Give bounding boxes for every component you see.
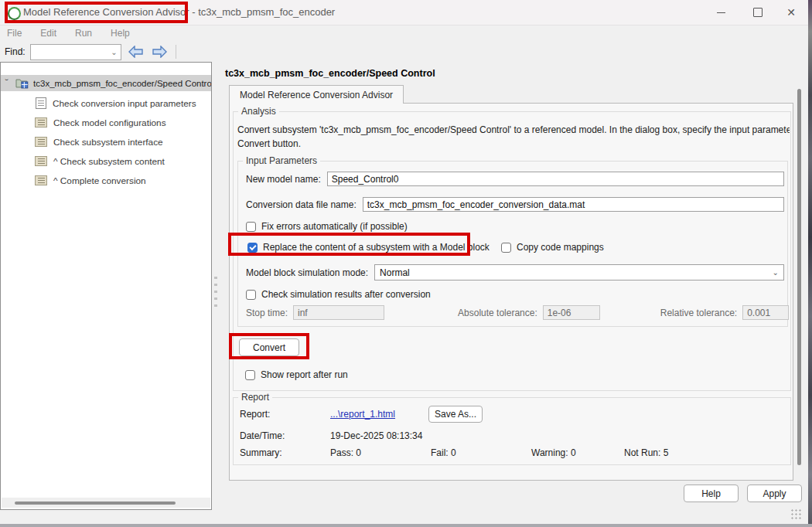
checklist-icon <box>35 137 47 147</box>
checklist-icon <box>35 175 47 185</box>
chevron-down-icon: ⌄ <box>773 268 779 277</box>
resize-grip[interactable] <box>790 508 801 519</box>
tree-item-check-subsystem-content[interactable]: ^ Check subsystem content <box>1 151 211 171</box>
tree-item-label: Check conversion input parameters <box>53 98 196 109</box>
desktop-edge-sliver <box>808 0 812 527</box>
tree-item-check-input-parameters[interactable]: Check conversion input parameters <box>1 94 211 113</box>
copy-code-mappings-checkbox[interactable] <box>501 243 511 253</box>
analysis-description-line1: Convert subsystem 'tc3x_mcb_pmsm_foc_enc… <box>237 124 790 135</box>
show-report-label: Show report after run <box>261 369 348 380</box>
simulation-mode-label: Model block simulation mode: <box>246 267 368 278</box>
menu-edit[interactable]: Edit <box>40 28 56 39</box>
summary-fail: Fail: 0 <box>431 447 531 458</box>
summary-pass: Pass: 0 <box>330 447 431 458</box>
chevron-down-icon: ⌄ <box>111 48 117 56</box>
copy-code-mappings-checkbox-row[interactable]: Copy code mappings <box>501 242 604 253</box>
minimize-button[interactable] <box>704 0 738 25</box>
find-previous-button[interactable] <box>128 45 145 59</box>
arrow-right-icon <box>152 46 167 58</box>
tree-item-label: ^ Complete conversion <box>53 175 146 186</box>
summary-label: Summary: <box>240 447 330 458</box>
document-icon <box>36 97 46 109</box>
datetime-value: 19-Dec-2025 08:13:34 <box>330 430 422 441</box>
maximize-button[interactable] <box>741 0 775 25</box>
report-link[interactable]: ...\report_1.html <box>330 409 428 420</box>
convert-button[interactable]: Convert <box>239 338 299 356</box>
tree-item-label: Check subsystem interface <box>53 137 163 148</box>
checklist-icon <box>35 117 47 128</box>
menu-file[interactable]: File <box>7 28 22 39</box>
simulation-mode-value: Normal <box>380 267 773 278</box>
analysis-description-line2: Convert button. <box>237 138 790 149</box>
absolute-tolerance-input <box>543 305 600 320</box>
tree-root-item[interactable]: ˇ tc3x_mcb_pmsm_foc_encoder/Speed Contro… <box>1 75 211 91</box>
tree-item-check-model-configurations[interactable]: Check model configurations <box>1 113 211 132</box>
help-button[interactable]: Help <box>684 484 739 502</box>
main-vertical-scrollbar[interactable] <box>797 89 801 465</box>
window-title: Model Reference Conversion Advisor - tc3… <box>23 6 335 18</box>
fix-errors-label: Fix errors automatically (if possible) <box>261 221 408 232</box>
menu-run[interactable]: Run <box>75 28 92 39</box>
advisor-tree-panel: ˇ tc3x_mcb_pmsm_foc_encoder/Speed Contro… <box>0 62 212 510</box>
maximize-icon <box>753 8 763 17</box>
tree-item-complete-conversion[interactable]: ^ Complete conversion <box>1 171 211 190</box>
find-input[interactable]: ⌄ <box>30 44 121 60</box>
show-report-checkbox[interactable] <box>245 370 255 380</box>
replace-content-checkbox[interactable] <box>247 243 258 253</box>
page-title: tc3x_mcb_pmsm_foc_encoder/Speed Control <box>225 68 435 79</box>
report-group: Report Report: ...\report_1.html Save As… <box>233 397 791 465</box>
model-folder-icon <box>15 77 29 89</box>
relative-tolerance-input <box>742 305 789 320</box>
arrow-left-icon <box>128 46 144 58</box>
tree-item-label: ^ Check subsystem content <box>53 156 165 167</box>
replace-content-label: Replace the content of a subsystem with … <box>263 242 490 253</box>
menu-bar: File Edit Run Help <box>0 25 812 42</box>
conversion-data-file-label: Conversion data file name: <box>246 199 357 210</box>
tree-item-label: Check model configurations <box>53 117 166 128</box>
title-bar: Model Reference Conversion Advisor - tc3… <box>0 0 808 26</box>
relative-tolerance-label: Relative tolerance: <box>660 308 737 318</box>
close-icon: ✕ <box>786 6 796 19</box>
window-bottom-edge <box>0 524 812 527</box>
report-label: Report: <box>240 409 330 420</box>
find-next-button[interactable] <box>151 45 168 59</box>
panel-splitter[interactable] <box>213 277 218 312</box>
summary-notrun: Not Run: 5 <box>624 447 668 458</box>
tab-model-reference-conversion-advisor[interactable]: Model Reference Conversion Advisor <box>229 85 404 104</box>
absolute-tolerance-label: Absolute tolerance: <box>458 308 537 318</box>
stop-time-label: Stop time: <box>246 308 288 318</box>
tree-scrollbar-thumb[interactable] <box>15 502 176 505</box>
copy-code-mappings-label: Copy code mappings <box>517 242 604 253</box>
chevron-expand-icon[interactable]: ˇ <box>5 79 9 87</box>
check-sim-results-checkbox[interactable] <box>246 290 256 300</box>
analysis-legend: Analysis <box>238 106 279 117</box>
tree-item-check-subsystem-interface[interactable]: Check subsystem interface <box>1 132 211 151</box>
fix-errors-checkbox[interactable] <box>246 222 256 232</box>
show-report-checkbox-row[interactable]: Show report after run <box>245 369 348 380</box>
simulation-mode-dropdown[interactable]: Normal ⌄ <box>374 264 784 280</box>
close-button[interactable]: ✕ <box>774 0 808 25</box>
find-toolbar: Find: ⌄ <box>0 42 808 62</box>
checklist-icon <box>35 156 47 166</box>
menu-help[interactable]: Help <box>111 28 130 39</box>
new-model-name-label: New model name: <box>246 174 321 185</box>
fix-errors-checkbox-row[interactable]: Fix errors automatically (if possible) <box>246 221 408 232</box>
apply-button[interactable]: Apply <box>747 484 802 502</box>
datetime-label: Date/Time: <box>240 430 330 441</box>
save-as-button[interactable]: Save As... <box>428 406 483 423</box>
summary-warning: Warning: 0 <box>531 447 624 458</box>
tree-horizontal-scrollbar[interactable] <box>2 498 210 508</box>
input-parameters-group: Input Parameters New model name: Convers… <box>237 161 788 327</box>
new-model-name-input[interactable] <box>327 172 784 186</box>
find-label: Find: <box>5 46 26 57</box>
check-sim-results-checkbox-row[interactable]: Check simulation results after conversio… <box>246 289 431 300</box>
tab-content: Analysis Convert subsystem 'tc3x_mcb_pms… <box>229 103 793 481</box>
replace-content-checkbox-row[interactable]: Replace the content of a subsystem with … <box>247 242 490 253</box>
tree-root-label: tc3x_mcb_pmsm_foc_encoder/Speed Control <box>33 79 211 88</box>
input-parameters-legend: Input Parameters <box>243 155 320 166</box>
stop-time-input <box>293 305 384 320</box>
toolbar-separator <box>176 45 176 59</box>
app-icon <box>8 7 21 20</box>
conversion-data-file-input[interactable] <box>363 197 784 212</box>
minimize-icon <box>717 12 725 13</box>
